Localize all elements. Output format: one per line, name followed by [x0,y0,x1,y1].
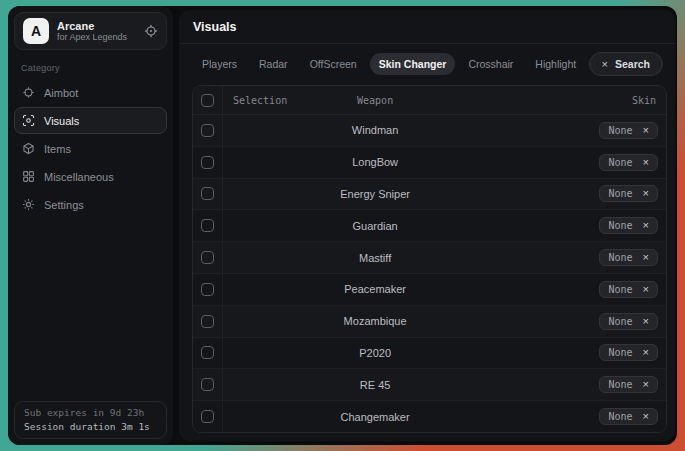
weapon-name: Peacemaker [344,283,406,295]
skin-value: None [608,252,632,263]
target-icon[interactable] [144,24,158,38]
row-checkbox[interactable] [201,410,214,423]
sidebar-item-label: Miscellaneous [44,171,114,183]
weapon-name: Energy Sniper [340,188,410,200]
skin-select[interactable]: None × [599,344,658,361]
header-checkbox-cell [193,86,223,114]
sidebar-item-settings[interactable]: Settings [14,191,167,218]
row-checkbox[interactable] [201,378,214,391]
row-checkbox[interactable] [201,187,214,200]
skin-value: None [608,157,632,168]
table-row: Energy Sniper None × [193,179,666,211]
row-checkbox[interactable] [201,219,214,232]
skin-select[interactable]: None × [599,249,658,266]
main-panel: Visuals Players Radar OffScreen Skin Cha… [179,10,675,441]
app-name: Arcane [57,20,136,33]
weapon-name: LongBow [352,156,398,168]
tabs-row: Players Radar OffScreen Skin Changer Cro… [179,44,675,76]
app-window: A Arcane for Apex Legends Category [8,6,677,445]
skin-select[interactable]: None × [599,122,658,139]
row-checkbox[interactable] [201,251,214,264]
category-label: Category [21,63,60,73]
sub-expires-text: Sub expires in 9d 23h [24,406,157,420]
weapon-name: Mozambique [344,315,407,327]
table-row: LongBow None × [193,147,666,179]
table-row: Windman None × [193,115,666,147]
clear-skin-icon[interactable]: × [643,284,649,295]
sidebar-item-label: Visuals [44,115,79,127]
search-button[interactable]: × Search [589,52,663,76]
skin-value: None [608,316,632,327]
row-checkbox[interactable] [201,124,214,137]
tab-radar[interactable]: Radar [250,53,297,75]
select-all-checkbox[interactable] [201,94,214,107]
table-row: P2020 None × [193,338,666,370]
clear-skin-icon[interactable]: × [643,379,649,390]
weapon-name: Mastiff [359,252,391,264]
tab-bar: Players Radar OffScreen Skin Changer Cro… [193,53,585,75]
skin-select[interactable]: None × [599,376,658,393]
clear-skin-icon[interactable]: × [643,125,649,136]
header-skin: Skin [632,95,656,106]
sidebar: A Arcane for Apex Legends Category [8,6,173,445]
table-header-row: Selection Weapon Skin [193,86,666,115]
skin-table: Selection Weapon Skin Windman None × [192,85,667,433]
clear-skin-icon[interactable]: × [643,220,649,231]
search-button-label: Search [615,58,650,70]
skin-value: None [608,411,632,422]
sidebar-item-visuals[interactable]: Visuals [14,107,167,134]
sidebar-item-miscellaneous[interactable]: Miscellaneous [14,163,167,190]
skin-value: None [608,220,632,231]
sidebar-item-items[interactable]: Items [14,135,167,162]
clear-skin-icon[interactable]: × [643,347,649,358]
skin-select[interactable]: None × [599,154,658,171]
cube-icon [22,142,35,155]
sidebar-item-label: Aimbot [44,87,78,99]
skin-select[interactable]: None × [599,313,658,330]
row-checkbox[interactable] [201,283,214,296]
x-icon: × [602,59,608,70]
scan-icon [22,114,35,127]
skin-value: None [608,125,632,136]
skin-select[interactable]: None × [599,185,658,202]
weapon-name: RE 45 [360,379,391,391]
tab-highlight[interactable]: Highlight [526,53,585,75]
skin-select[interactable]: None × [599,217,658,234]
table-row: Guardian None × [193,210,666,242]
clear-skin-icon[interactable]: × [643,411,649,422]
table-row: Mozambique None × [193,306,666,338]
tab-players[interactable]: Players [193,53,246,75]
crosshair-icon [22,86,35,99]
table-row: RE 45 None × [193,369,666,401]
row-checkbox[interactable] [201,346,214,359]
table-row: Peacemaker None × [193,274,666,306]
header-weapon: Weapon [357,95,393,106]
header-selection: Selection [233,95,287,106]
subscription-status-card: Sub expires in 9d 23h Session duration 3… [14,401,167,439]
sidebar-item-aimbot[interactable]: Aimbot [14,79,167,106]
main-header: Visuals [179,10,675,44]
weapon-name: Windman [352,124,398,136]
row-checkbox[interactable] [201,156,214,169]
row-checkbox[interactable] [201,315,214,328]
app-logo-letter: A [31,23,41,39]
tab-skin-changer[interactable]: Skin Changer [370,53,456,75]
clear-skin-icon[interactable]: × [643,157,649,168]
skin-select[interactable]: None × [599,408,658,425]
weapon-name: Guardian [352,220,397,232]
skin-select[interactable]: None × [599,281,658,298]
app-header-card: A Arcane for Apex Legends [14,12,167,50]
tab-offscreen[interactable]: OffScreen [301,53,366,75]
clear-skin-icon[interactable]: × [643,316,649,327]
table-body: Windman None × LongBow None × [193,115,666,432]
table-row: Changemaker None × [193,401,666,432]
skin-value: None [608,347,632,358]
clear-skin-icon[interactable]: × [643,252,649,263]
tab-crosshair[interactable]: Crosshair [459,53,522,75]
gear-icon [22,198,35,211]
skin-value: None [608,379,632,390]
app-subtitle: for Apex Legends [57,32,136,42]
skin-value: None [608,188,632,199]
sidebar-nav: Aimbot Visuals [8,78,173,219]
clear-skin-icon[interactable]: × [643,188,649,199]
